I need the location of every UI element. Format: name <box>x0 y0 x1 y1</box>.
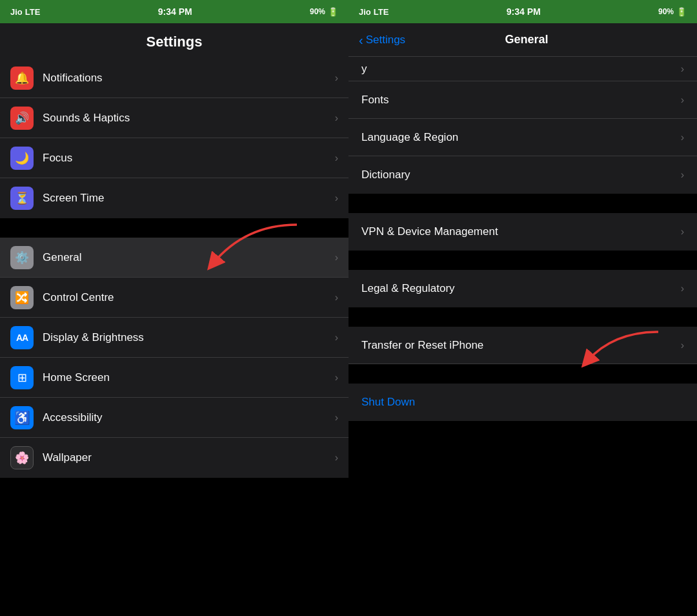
accessibility-label: Accessibility <box>43 411 335 424</box>
accessibility-icon-wrap: ♿ <box>10 406 34 429</box>
wallpaper-label: Wallpaper <box>43 451 335 464</box>
settings-item-display-brightness[interactable]: AA Display & Brightness › <box>0 318 348 358</box>
fonts-label: Fonts <box>361 94 681 107</box>
vpn-label: VPN & Device Management <box>361 225 681 238</box>
general-label: General <box>43 251 335 264</box>
network-left: LTE <box>25 7 41 17</box>
left-panel-title: Settings <box>0 23 348 58</box>
home-screen-icon-wrap: ⊞ <box>10 366 34 389</box>
settings-item-sounds[interactable]: 🔊 Sounds & Haptics › <box>0 98 348 138</box>
right-partial-item[interactable]: y › <box>348 57 697 81</box>
back-label: Settings <box>366 34 405 46</box>
language-region-chevron: › <box>681 132 684 143</box>
gear-icon: ⚙️ <box>15 251 29 265</box>
left-panel: Jio LTE 9:34 PM 90% 🔋 Settings 🔔 Notific… <box>0 0 348 616</box>
settings-item-wallpaper[interactable]: 🌸 Wallpaper › <box>0 438 348 478</box>
battery-icon-right: 🔋 <box>676 7 687 17</box>
right-transfer-section: Transfer or Reset iPhone › <box>348 327 697 364</box>
grid-icon: ⊞ <box>17 371 27 385</box>
sounds-chevron: › <box>335 112 338 124</box>
display-icon-wrap: AA <box>10 326 34 349</box>
bell-icon: 🔔 <box>15 71 29 85</box>
left-status-right: 90% 🔋 <box>310 7 338 17</box>
partial-item-label: y <box>361 63 367 76</box>
right-divider-1 <box>348 195 697 213</box>
battery-icon-left: 🔋 <box>328 7 338 17</box>
right-legal-section: Legal & Regulatory › <box>348 270 697 307</box>
notifications-chevron: › <box>335 72 338 84</box>
aa-icon: AA <box>16 333 28 343</box>
legal-chevron: › <box>681 283 684 294</box>
vpn-chevron: › <box>681 226 684 238</box>
home-screen-label: Home Screen <box>43 371 335 384</box>
legal-label: Legal & Regulatory <box>361 282 681 295</box>
fonts-chevron: › <box>681 94 684 106</box>
left-settings-list: 🔔 Notifications › 🔊 Sounds & Haptics › 🌙… <box>0 58 348 616</box>
settings-group-1: 🔔 Notifications › 🔊 Sounds & Haptics › 🌙… <box>0 58 348 218</box>
right-item-shut-down[interactable]: Shut Down <box>348 384 697 421</box>
left-status-bar: Jio LTE 9:34 PM 90% 🔋 <box>0 0 348 23</box>
home-screen-chevron: › <box>335 372 338 384</box>
right-item-legal[interactable]: Legal & Regulatory › <box>348 270 697 307</box>
settings-item-control-centre[interactable]: 🔀 Control Centre › <box>0 278 348 318</box>
screen-time-label: Screen Time <box>43 192 335 205</box>
right-nav-title: General <box>405 33 648 46</box>
right-item-vpn[interactable]: VPN & Device Management › <box>348 213 697 251</box>
language-region-label: Language & Region <box>361 131 681 144</box>
settings-item-notifications[interactable]: 🔔 Notifications › <box>0 58 348 98</box>
right-item-transfer-reset[interactable]: Transfer or Reset iPhone › <box>348 327 697 364</box>
wallpaper-icon-wrap: 🌸 <box>10 446 34 469</box>
focus-icon-wrap: 🌙 <box>10 147 34 170</box>
flower-icon: 🌸 <box>15 451 29 465</box>
settings-item-screen-time[interactable]: ⏳ Screen Time › <box>0 178 348 218</box>
hourglass-icon: ⏳ <box>15 191 29 205</box>
settings-item-focus[interactable]: 🌙 Focus › <box>0 138 348 178</box>
display-brightness-label: Display & Brightness <box>43 331 335 344</box>
settings-item-home-screen[interactable]: ⊞ Home Screen › <box>0 358 348 398</box>
focus-chevron: › <box>335 152 338 164</box>
back-button[interactable]: ‹ Settings <box>359 34 405 46</box>
settings-item-general[interactable]: ⚙️ General › <box>0 238 348 278</box>
carrier-right: Jio <box>359 7 371 17</box>
left-status-left: Jio LTE <box>10 7 40 17</box>
right-partial-section: y › Fonts › Language & Region › Dictiona… <box>348 57 697 194</box>
battery-right: 90% <box>658 7 674 16</box>
notifications-icon-wrap: 🔔 <box>10 67 34 90</box>
accessibility-icon: ♿ <box>14 410 30 426</box>
right-item-dictionary[interactable]: Dictionary › <box>348 156 697 194</box>
dictionary-label: Dictionary <box>361 169 681 181</box>
control-centre-label: Control Centre <box>43 291 335 304</box>
right-status-right: 90% 🔋 <box>658 7 687 17</box>
focus-label: Focus <box>43 152 335 165</box>
right-item-fonts[interactable]: Fonts › <box>348 81 697 119</box>
notifications-label: Notifications <box>43 72 335 85</box>
right-vpn-section: VPN & Device Management › <box>348 213 697 251</box>
general-chevron: › <box>335 252 338 263</box>
general-icon-wrap: ⚙️ <box>10 246 34 269</box>
moon-icon: 🌙 <box>15 151 29 165</box>
carrier-left: Jio <box>10 7 23 17</box>
shut-down-label: Shut Down <box>361 396 684 409</box>
right-shutdown-section: Shut Down <box>348 384 697 421</box>
time-right: 9:34 PM <box>507 6 541 17</box>
back-chevron-icon: ‹ <box>359 34 363 46</box>
right-item-language-region[interactable]: Language & Region › <box>348 119 697 156</box>
right-status-bar: Jio LTE 9:34 PM 90% 🔋 <box>348 0 697 23</box>
display-brightness-chevron: › <box>335 332 338 344</box>
settings-group-2: ⚙️ General › 🔀 C <box>0 238 348 478</box>
settings-item-accessibility[interactable]: ♿ Accessibility › <box>0 398 348 438</box>
control-centre-chevron: › <box>335 292 338 303</box>
time-left: 9:34 PM <box>158 6 192 17</box>
right-nav-header: ‹ Settings General <box>348 23 697 57</box>
right-divider-2 <box>348 252 697 270</box>
sounds-icon-wrap: 🔊 <box>10 107 34 130</box>
group-divider-1 <box>0 220 348 238</box>
right-status-left: Jio LTE <box>359 7 389 17</box>
battery-left: 90% <box>310 7 325 16</box>
control-centre-icon-wrap: 🔀 <box>10 286 34 309</box>
right-divider-3 <box>348 309 697 327</box>
screen-time-chevron: › <box>335 192 338 204</box>
network-right: LTE <box>374 7 389 17</box>
right-panel: Jio LTE 9:34 PM 90% 🔋 ‹ Settings General… <box>348 0 697 616</box>
wallpaper-chevron: › <box>335 452 338 464</box>
